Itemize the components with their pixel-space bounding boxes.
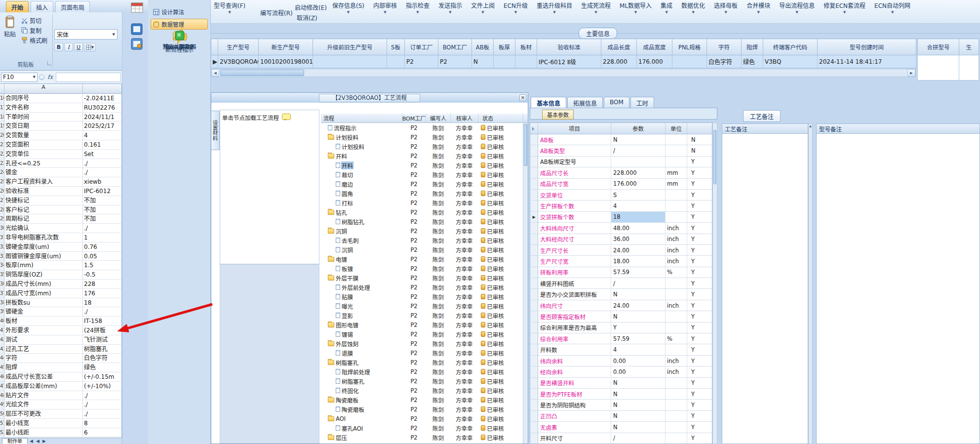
process-node-row[interactable]: 塞孔AOI P2 陈剑 方幸幸 已审核 [321, 423, 523, 433]
sheet-cell-value[interactable]: 树脂塞孔 [83, 345, 121, 354]
parameter-tab[interactable]: 基本信息 [531, 97, 566, 108]
horizontal-scrollbar[interactable]: ◀ ▶ [211, 69, 916, 77]
menu-item[interactable]: 文件上阅 ▼ [471, 1, 495, 14]
main-info-cell[interactable]: 228.000 [601, 55, 637, 68]
process-node-label[interactable]: 层压 [336, 434, 347, 442]
parameter-value[interactable]: 4 [611, 344, 666, 355]
sheet-cell-label[interactable]: 下单时间 [4, 113, 83, 121]
main-info-cell[interactable] [494, 55, 515, 68]
sheet-cell-label[interactable]: 快捷标记 [4, 196, 83, 205]
sheet-cell-value[interactable]: 6 [83, 428, 121, 437]
process-node-row[interactable]: 磨边 P2 陈剑 方幸幸 已审核 [321, 179, 523, 189]
row-number[interactable]: 18 [0, 113, 4, 121]
underline-button[interactable]: U [74, 43, 83, 51]
process-node-row[interactable]: 流程指示 P2 陈剑 方幸幸 已审核 [321, 123, 523, 132]
function-wizard-icon[interactable] [39, 75, 44, 80]
ribbon-tab[interactable]: 插入 [31, 1, 53, 12]
row-number[interactable]: 42 [0, 335, 4, 344]
parameter-value[interactable]: 57.59 [611, 267, 666, 278]
main-info-cell[interactable]: 2V3BQOROAO [218, 55, 259, 68]
main-info-cell[interactable]: V3BQ [763, 55, 818, 68]
sheet-cell-value[interactable]: 不加 [83, 196, 121, 205]
sheet-cell-value[interactable]: 1 [83, 233, 121, 242]
sheet-cell-label[interactable]: 图镀铜镍金厚度(um) [4, 252, 83, 261]
borders-button[interactable]: ▼ [84, 43, 96, 51]
insert-function-button[interactable]: fx [46, 74, 54, 81]
menu-item[interactable]: 指示检查 ▼ [406, 1, 430, 14]
row-number[interactable]: 29 [0, 214, 4, 223]
sheet-cell-value[interactable]: -0.5 [83, 270, 121, 279]
table-icon[interactable] [131, 1, 144, 14]
sheet-cell-label[interactable]: 交货面积 [4, 140, 83, 149]
parameter-row[interactable]: 综合利用率是否为最高 Y Y [530, 323, 712, 333]
row-number[interactable]: 16 [0, 94, 4, 103]
process-node-row[interactable]: 镀锡 P2 陈剑 方幸幸 已审核 [321, 329, 523, 339]
sheet-cell-label[interactable]: 字符 [4, 354, 83, 363]
process-node-row[interactable]: 树脂塞孔 P2 陈剑 方幸幸 已审核 [321, 358, 523, 367]
menu-item[interactable]: 修复ECN套流程 ▼ [823, 1, 865, 14]
sheet-cell-label[interactable]: 拼板数su [4, 298, 83, 307]
scrollbar-track[interactable] [305, 69, 907, 77]
parameters-vertical-scrollbar[interactable] [712, 122, 717, 444]
menu-item[interactable]: 生成死流程 ▼ [581, 1, 611, 14]
parameter-row[interactable]: 拼板利用率 57.59 % Y [530, 267, 712, 278]
parameter-value[interactable]: 18.00 [611, 256, 666, 267]
process-node-row[interactable]: 打标 P2 陈剑 方幸幸 已审核 [321, 198, 523, 207]
process-node-row[interactable]: 开料 P2 陈剑 方幸幸 已审核 [321, 161, 523, 170]
main-info-cell[interactable]: P2 [405, 55, 438, 68]
column-header-unit[interactable]: 单位 [666, 123, 687, 134]
menu-item[interactable]: 集成 ▼ [661, 1, 672, 14]
main-info-cell[interactable] [515, 55, 537, 68]
parameter-value[interactable]: N [611, 400, 666, 410]
process-node-row[interactable]: 退膜 P2 陈剑 方幸幸 已审核 [321, 348, 523, 358]
parameter-row[interactable]: 生产尺寸长 24.00 inch Y [530, 245, 712, 256]
sheet-cell-value[interactable]: 18 [83, 298, 121, 307]
process-node-label[interactable]: 开料 [336, 152, 347, 160]
sheet-cell-value[interactable]: 2024/11/1 [83, 113, 121, 121]
column-header-a[interactable]: A [4, 84, 83, 93]
row-number[interactable]: 34 [0, 261, 4, 270]
process-node-row[interactable]: 圆角 P2 陈剑 方幸幸 已审核 [321, 189, 523, 198]
menu-item[interactable]: 发送指示 ▼ [438, 1, 462, 14]
sheet-cell-label[interactable]: 交货数量 [4, 131, 83, 140]
process-node-row[interactable]: 树脂塞孔 P2 陈剑 方幸幸 已审核 [321, 376, 523, 386]
parameter-value[interactable]: 24.00 [611, 245, 666, 256]
sheet-nav-right-icon[interactable]: ▶ [41, 439, 47, 444]
sheet-cell-value[interactable]: 1.5 [83, 261, 121, 270]
process-node-row[interactable]: AOI P2 陈剑 方幸幸 已审核 [321, 414, 523, 423]
corner-cell[interactable] [0, 84, 4, 93]
sheet-cell-value[interactable]: 0.161 [83, 140, 121, 149]
column-header-item[interactable]: 项目 [538, 123, 611, 134]
sheet-cell-label[interactable]: 外形要求 [4, 326, 83, 335]
row-number[interactable]: 52 [0, 428, 4, 437]
process-node-label[interactable]: 沉铜 [336, 227, 347, 235]
sheet-cell-value[interactable]: 0.76 [83, 242, 121, 251]
sheet-cell-value[interactable]: 白色字符 [83, 354, 121, 363]
sheet-cell-label[interactable]: 验收标准 [4, 187, 83, 196]
parameter-value[interactable]: 36.00 [611, 234, 666, 245]
sheet-cell-value[interactable]: ./ [83, 168, 121, 177]
parameter-value[interactable]: 57.59 [611, 333, 666, 344]
process-node-label[interactable]: 计划投料 [342, 143, 364, 151]
process-node-label[interactable]: 显影 [342, 312, 353, 320]
process-node-row[interactable]: 曝光 P2 陈剑 方幸幸 已审核 [321, 301, 523, 311]
process-node-row[interactable]: 开料 P2 陈剑 方幸幸 已审核 [321, 151, 523, 161]
main-info-cell[interactable]: P2 [438, 55, 472, 68]
main-info-data-row[interactable]: ▶ 2V3BQOROAO 10010200198001 P2 P2 N [211, 55, 916, 68]
column-header-param[interactable]: 参数 [611, 123, 666, 134]
main-info-column-header[interactable]: PNL规格 [672, 39, 707, 55]
sheet-cell-value[interactable]: ./ [83, 400, 121, 409]
parameter-row[interactable]: 交货拼板个数 18 Y [530, 212, 712, 223]
process-node-label[interactable]: 树脂塞孔 [342, 377, 364, 385]
process-node-row[interactable]: 外层蚀刻 P2 陈剑 方幸幸 已审核 [321, 339, 523, 348]
main-info-column-header[interactable]: 型号创建时间 [818, 39, 916, 55]
sheet-cell-label[interactable]: 客户标记 [4, 205, 83, 214]
main-info-column-header[interactable]: 新生产型号 [259, 39, 313, 55]
process-node-label[interactable]: 树脂钻孔 [342, 218, 364, 226]
sheet-cell-label[interactable]: 贴片文件 [4, 391, 83, 400]
process-node-row[interactable]: 沉铜 P2 陈剑 方幸幸 已审核 [321, 226, 523, 236]
parameter-row[interactable]: 开料数 4 Y [530, 344, 712, 355]
parameter-row[interactable]: 交货单位 S Y [530, 190, 712, 201]
row-number[interactable]: 40 [0, 317, 4, 325]
menu-item[interactable]: ML数据导入 ▼ [620, 1, 652, 14]
